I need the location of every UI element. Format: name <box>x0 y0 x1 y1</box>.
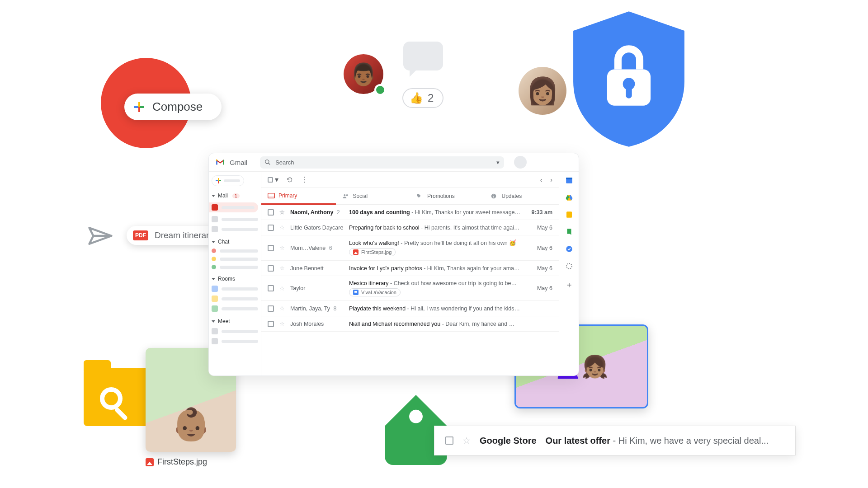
nav-meet-item[interactable] <box>212 338 258 344</box>
tasks-icon[interactable] <box>565 245 573 253</box>
nav-room-item[interactable] <box>212 296 258 302</box>
email-row[interactable]: ☆Mom…Valerie 6Look who's walking! - Pret… <box>261 235 559 261</box>
add-app-icon[interactable]: ＋ <box>565 279 573 287</box>
search-options-caret-icon[interactable]: ▾ <box>496 159 500 166</box>
avatar-user-2 <box>519 67 566 115</box>
search-bar[interactable]: Search ▾ <box>260 156 504 169</box>
send-icon <box>88 227 113 245</box>
email-row[interactable]: ☆TaylorMexico itinerary - Check out how … <box>261 276 559 301</box>
email-message: 100 days and counting - Hi Kim, Thanks f… <box>349 209 522 216</box>
toolbar: ▾ ⋮ ‹ › <box>261 172 559 188</box>
star-icon[interactable]: ☆ <box>279 224 285 231</box>
nav-section-meet[interactable]: Meet <box>212 318 258 324</box>
more-icon[interactable]: ⋮ <box>301 175 308 184</box>
thumbs-up-icon: 👍 <box>410 92 423 104</box>
plus-icon <box>134 102 144 112</box>
nav-item[interactable] <box>212 226 258 232</box>
page-prev-icon[interactable]: ‹ <box>540 176 542 183</box>
attachment-title: Dream itinerary <box>155 230 213 240</box>
reaction-pill[interactable]: 👍 2 <box>402 88 443 108</box>
inbox-icon <box>268 193 275 198</box>
pdf-badge-icon: PDF <box>133 230 148 240</box>
star-icon[interactable]: ☆ <box>279 285 285 292</box>
photo-filename: FirstSteps.jpg <box>157 457 207 467</box>
email-row[interactable]: ☆Naomi, Anthony 2100 days and counting -… <box>261 205 559 220</box>
select-all-checkbox[interactable]: ▾ <box>268 175 278 184</box>
tab-updates[interactable]: Updates <box>485 188 559 204</box>
star-icon[interactable]: ☆ <box>279 244 285 251</box>
checkbox-icon[interactable] <box>268 209 274 216</box>
checkbox-icon[interactable] <box>268 321 274 327</box>
email-message: Niall and Michael recommended you - Dear… <box>349 321 522 327</box>
attachment-chip[interactable]: VivaLaVacacion <box>349 288 401 296</box>
checkbox-icon[interactable] <box>445 436 453 445</box>
calendar-icon[interactable] <box>565 176 573 184</box>
gmail-brand: Gmail <box>230 159 247 166</box>
email-sender: Little Gators Daycare <box>290 225 344 231</box>
svg-rect-15 <box>566 178 572 179</box>
refresh-icon[interactable] <box>287 177 293 183</box>
presence-online-dot <box>374 84 386 96</box>
promo-subject: Our latest offer <box>546 436 610 446</box>
star-icon[interactable]: ☆ <box>279 209 285 216</box>
tab-promotions[interactable]: Promotions <box>410 188 485 204</box>
email-time: 9:33 am <box>527 209 552 216</box>
email-row[interactable]: ☆Josh MoralesNiall and Michael recommend… <box>261 316 559 332</box>
keep-icon[interactable] <box>565 211 573 219</box>
caret-down-icon <box>212 278 215 280</box>
inbox-icon <box>212 204 218 211</box>
nav-room-item[interactable] <box>212 305 258 312</box>
nav-meet-item[interactable] <box>212 328 258 334</box>
contacts-icon[interactable] <box>565 228 573 236</box>
compose-pill[interactable]: Compose <box>124 94 222 120</box>
email-time: May 6 <box>527 245 552 251</box>
svg-point-18 <box>566 263 572 269</box>
nav-placeholder-icon <box>212 226 218 232</box>
nav-item[interactable] <box>212 216 258 222</box>
svg-rect-16 <box>566 211 572 218</box>
category-tabs: Primary Social Promotions Updates <box>261 188 559 205</box>
compose-button[interactable] <box>212 175 244 186</box>
nav-section-chat[interactable]: Chat <box>212 239 258 245</box>
checkbox-icon[interactable] <box>268 305 274 312</box>
nav-section-mail[interactable]: Mail1 <box>212 192 258 199</box>
nav-inbox[interactable] <box>209 202 258 212</box>
speech-bubble-icon <box>403 42 443 70</box>
email-row[interactable]: ☆June BennettInvoice for Lyd's party pho… <box>261 261 559 276</box>
nav-chat-item[interactable] <box>212 257 258 261</box>
reaction-count: 2 <box>428 92 434 104</box>
svg-line-6 <box>269 163 270 165</box>
info-icon <box>491 193 498 199</box>
checkbox-icon[interactable] <box>268 285 274 291</box>
room-icon <box>212 305 218 312</box>
tab-primary[interactable]: Primary <box>261 188 336 205</box>
gmail-nav: Mail1 Chat Rooms <box>209 172 261 375</box>
tag-icon <box>416 193 424 199</box>
star-icon[interactable]: ☆ <box>279 305 285 312</box>
tab-social[interactable]: Social <box>336 188 410 204</box>
email-row[interactable]: ☆Martin, Jaya, Ty 8Playdate this weekend… <box>261 301 559 316</box>
caret-down-icon <box>212 320 215 323</box>
promo-email-row[interactable]: ☆ Google Store Our latest offer - Hi Kim… <box>434 426 796 455</box>
caret-down-icon <box>212 241 215 243</box>
addons-icon[interactable] <box>565 262 573 270</box>
svg-point-9 <box>344 194 345 196</box>
nav-chat-item[interactable] <box>212 249 258 253</box>
gmail-main: ▾ ⋮ ‹ › Primary Social <box>261 172 559 375</box>
checkbox-icon[interactable] <box>268 225 274 231</box>
nav-room-item[interactable] <box>212 286 258 292</box>
attachment-chip[interactable]: FirstSteps.jpg <box>349 248 396 256</box>
room-icon <box>212 286 218 292</box>
star-icon[interactable]: ☆ <box>462 435 471 446</box>
email-row[interactable]: ☆Little Gators DaycarePreparing for back… <box>261 220 559 235</box>
star-icon[interactable]: ☆ <box>279 320 285 327</box>
nav-chat-item[interactable] <box>212 265 258 269</box>
search-placeholder: Search <box>275 159 294 166</box>
account-avatar[interactable] <box>514 156 527 169</box>
checkbox-icon[interactable] <box>268 245 274 251</box>
checkbox-icon[interactable] <box>268 265 274 272</box>
nav-section-rooms[interactable]: Rooms <box>212 276 258 282</box>
star-icon[interactable]: ☆ <box>279 265 285 272</box>
page-next-icon[interactable]: › <box>550 176 552 183</box>
drive-icon[interactable] <box>565 193 573 202</box>
